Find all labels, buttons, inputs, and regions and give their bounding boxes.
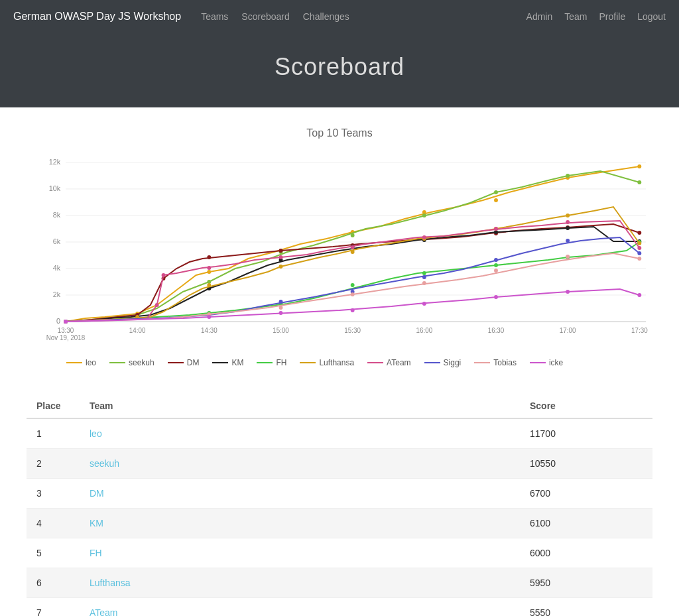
col-header-score: Score (520, 394, 652, 418)
cell-place: 4 (27, 509, 80, 538)
svg-point-41 (566, 174, 570, 178)
svg-point-81 (162, 273, 166, 277)
legend-fh: FH (257, 358, 286, 367)
legend-label-fh: FH (276, 358, 286, 367)
svg-text:8k: 8k (53, 211, 61, 219)
svg-point-39 (422, 214, 426, 217)
nav-admin[interactable]: Admin (526, 11, 553, 22)
svg-text:13:30: 13:30 (58, 327, 74, 334)
cell-score: 6000 (520, 538, 652, 568)
svg-text:17:00: 17:00 (560, 327, 576, 334)
navbar: German OWASP Day JS Workshop Teams Score… (0, 0, 679, 33)
legend-label-km: KM (231, 358, 243, 367)
team-link[interactable]: DM (90, 488, 104, 499)
svg-text:10k: 10k (49, 184, 61, 192)
svg-point-27 (207, 270, 211, 274)
svg-point-91 (279, 300, 283, 304)
team-link[interactable]: ATeam (90, 607, 118, 616)
legend-label-lufthansa: Lufthansa (319, 358, 354, 367)
svg-text:15:00: 15:00 (273, 327, 289, 334)
cell-team: Lufthansa (80, 568, 520, 598)
nav-teams[interactable]: Teams (201, 11, 228, 22)
svg-point-38 (351, 233, 355, 237)
cell-place: 3 (27, 479, 80, 509)
svg-point-46 (207, 255, 211, 259)
svg-point-103 (566, 255, 570, 259)
svg-text:2k: 2k (53, 290, 61, 298)
nav-team[interactable]: Team (564, 11, 587, 22)
chart-title: Top 10 Teams (27, 127, 652, 139)
svg-point-74 (351, 250, 355, 254)
svg-point-109 (422, 302, 426, 306)
team-link[interactable]: FH (90, 548, 102, 558)
table-body: 1leo117002seekuh105503DM67004KM61005FH60… (27, 418, 652, 616)
table-row: 1leo11700 (27, 418, 652, 449)
nav-scoreboard[interactable]: Scoreboard (241, 11, 289, 22)
svg-point-42 (637, 180, 641, 184)
svg-point-95 (566, 239, 570, 243)
svg-point-88 (637, 246, 641, 250)
team-link[interactable]: seekuh (90, 458, 119, 469)
svg-text:17:30: 17:30 (631, 327, 648, 334)
svg-text:14:00: 14:00 (129, 327, 146, 334)
cell-team: KM (80, 509, 520, 538)
team-link[interactable]: leo (90, 428, 102, 439)
svg-point-77 (566, 214, 570, 217)
navbar-left-links: Teams Scoreboard Challenges (201, 11, 526, 22)
cell-score: 6700 (520, 479, 652, 509)
team-link[interactable]: KM (90, 518, 103, 528)
nav-challenges[interactable]: Challenges (303, 11, 349, 22)
svg-text:4k: 4k (53, 264, 61, 272)
svg-text:Nov 19, 2018: Nov 19, 2018 (46, 334, 86, 341)
legend-line-siggi (424, 362, 440, 363)
svg-text:0: 0 (56, 317, 60, 325)
navbar-right-links: Admin Team Profile Logout (526, 11, 666, 22)
cell-score: 11700 (520, 418, 652, 449)
svg-point-67 (494, 263, 498, 267)
legend-line-ateam (367, 362, 383, 363)
legend-leo: leo (66, 358, 96, 367)
svg-point-102 (494, 269, 498, 273)
nav-logout[interactable]: Logout (637, 11, 666, 22)
cell-place: 7 (27, 598, 80, 617)
legend-dm: DM (168, 358, 200, 367)
svg-point-66 (422, 271, 426, 275)
legend-lufthansa: Lufthansa (300, 358, 354, 367)
svg-point-110 (494, 295, 498, 299)
table-row: 2seekuh10550 (27, 449, 652, 479)
legend-line-lufthansa (300, 362, 316, 363)
legend-label-tobias: Tobias (493, 358, 517, 367)
scoreboard-table: Place Team Score 1leo117002seekuh105503D… (27, 394, 652, 616)
svg-point-94 (494, 258, 498, 262)
cell-team: FH (80, 538, 520, 568)
svg-point-52 (637, 231, 641, 235)
svg-point-40 (494, 190, 498, 194)
table-row: 4KM6100 (27, 509, 652, 538)
team-link[interactable]: Lufthansa (90, 578, 131, 588)
svg-point-86 (494, 227, 498, 231)
nav-profile[interactable]: Profile (599, 11, 625, 22)
col-header-place: Place (27, 394, 80, 418)
svg-point-84 (351, 245, 355, 249)
cell-place: 1 (27, 418, 80, 449)
table-header: Place Team Score (27, 394, 652, 418)
legend-siggi: Siggi (424, 358, 462, 367)
svg-text:6k: 6k (53, 237, 61, 245)
legend-seekuh: seekuh (109, 358, 154, 367)
legend-tobias: Tobias (474, 358, 517, 367)
svg-point-104 (637, 257, 641, 261)
svg-point-106 (207, 315, 211, 319)
legend-label-leo: leo (86, 358, 96, 367)
svg-text:16:30: 16:30 (488, 327, 505, 334)
svg-text:15:30: 15:30 (344, 327, 361, 334)
svg-point-65 (351, 283, 355, 287)
legend-line-dm (168, 362, 184, 363)
cell-score: 10550 (520, 449, 652, 479)
svg-text:12k: 12k (49, 158, 61, 166)
legend-label-seekuh: seekuh (129, 358, 154, 367)
col-header-team: Team (80, 394, 520, 418)
page-title: Scoreboard (0, 53, 679, 81)
svg-point-47 (279, 249, 283, 253)
table-row: 3DM6700 (27, 479, 652, 509)
chart-section: Top 10 Teams 12k 10k 8k 6k 4k 2k 0 (27, 127, 652, 367)
